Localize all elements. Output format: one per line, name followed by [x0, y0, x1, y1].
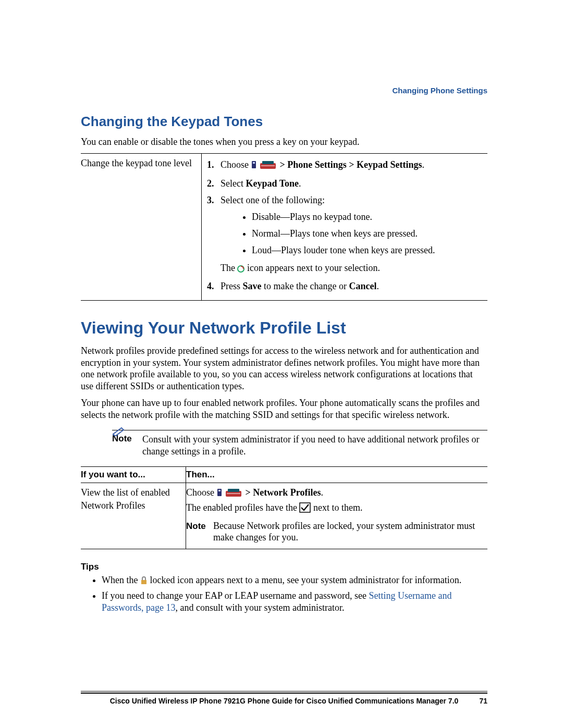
- footer-title: Cisco Unified Wireless IP Phone 7921G Ph…: [102, 697, 467, 705]
- td-if-view: View the list of enabled Network Profile…: [81, 483, 186, 549]
- para-np-1: Network profiles provide predefined sett…: [81, 345, 487, 392]
- th-if: If you want to...: [81, 467, 186, 483]
- settings-toolbox-icon: [260, 160, 276, 174]
- tips-heading: Tips: [81, 562, 487, 572]
- para-np-2: Your phone can have up to four enabled n…: [81, 397, 487, 421]
- checkmark-box-icon: [299, 502, 311, 516]
- svg-rect-9: [228, 489, 239, 492]
- page-footer: Cisco Unified Wireless IP Phone 7921G Ph…: [81, 693, 487, 705]
- tips-list: When the locked icon appears next to a m…: [81, 574, 487, 614]
- lock-icon: [140, 576, 148, 588]
- step-3: Select one of the following: Disable—Pla…: [216, 193, 484, 276]
- running-header: Changing Phone Settings: [393, 86, 488, 95]
- step2-bold: Keypad Tone: [246, 178, 299, 189]
- procedure-steps-cell: Choose > Phone Settings > Keypad Setting…: [202, 153, 488, 301]
- note-pencil-icon: [112, 427, 126, 438]
- step-2: Select Keypad Tone.: [216, 177, 484, 190]
- keypad-procedure-table: Change the keypad tone level Choose > Ph…: [81, 153, 487, 301]
- svg-rect-11: [300, 503, 310, 512]
- step3-aux: The icon appears next to your selection.: [221, 261, 484, 276]
- tip-1: When the locked icon appears next to a m…: [102, 574, 487, 588]
- opt-normal: Normal—Plays tone when keys are pressed.: [252, 227, 484, 240]
- heading-network-profile: Viewing Your Network Profile List: [81, 318, 487, 338]
- selection-dot-icon: [237, 263, 244, 276]
- settings-toolbox-icon: [225, 488, 242, 501]
- opt-disable: Disable—Plays no keypad tone.: [252, 210, 484, 224]
- inner-note-text: Because Network profiles are locked, you…: [213, 520, 484, 544]
- svg-rect-1: [253, 162, 255, 164]
- step1-pre: Choose: [221, 159, 251, 170]
- opt-loud: Loud—Plays louder tone when keys are pre…: [252, 243, 484, 257]
- note-text: Consult with your system administrator i…: [142, 434, 487, 457]
- step2-pre: Select: [221, 178, 246, 189]
- step-1: Choose > Phone Settings > Keypad Setting…: [216, 158, 484, 174]
- if-then-table: If you want to... Then... View the list …: [81, 466, 487, 549]
- step1-path: > Phone Settings > Keypad Settings: [280, 159, 422, 170]
- intro-keypad: You can enable or disable the tones when…: [81, 136, 487, 148]
- step-4: Press Save to make the change or Cancel.: [216, 279, 484, 293]
- heading-keypad-tones: Changing the Keypad Tones: [81, 114, 487, 130]
- td-then-view: Choose > Network Profiles. The enabled p…: [186, 483, 488, 549]
- tip-2: If you need to change your EAP or LEAP u…: [102, 590, 487, 614]
- svg-rect-7: [218, 490, 221, 491]
- footer-page-number: 71: [467, 697, 487, 705]
- svg-rect-3: [262, 161, 274, 164]
- step3-text: Select one of the following:: [221, 195, 325, 205]
- svg-rect-12: [141, 580, 146, 584]
- inner-note-label: Note: [186, 520, 213, 544]
- row-label: Change the keypad tone level: [81, 153, 202, 301]
- nav-key-icon: [251, 159, 256, 172]
- th-then: Then...: [186, 467, 488, 483]
- nav-key-icon: [217, 487, 222, 500]
